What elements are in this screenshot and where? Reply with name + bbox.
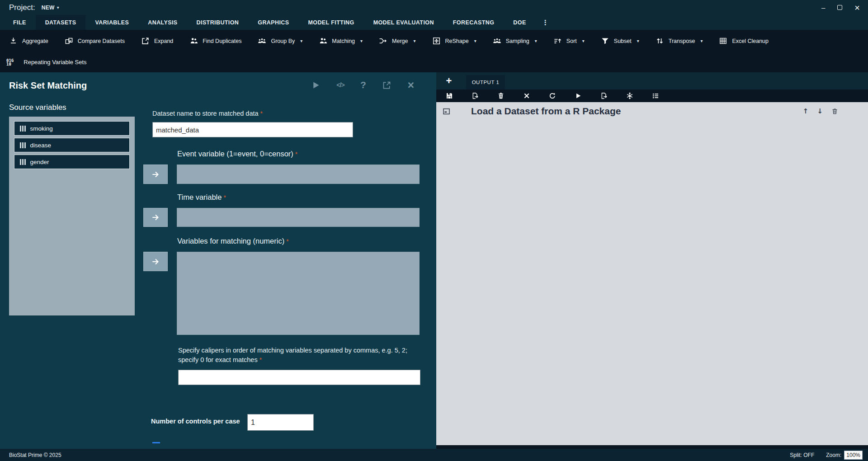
delete-item-icon[interactable] (831, 108, 838, 115)
move-event-variable-button[interactable] (143, 165, 168, 184)
required-marker: * (259, 356, 262, 363)
freeze-icon[interactable] (626, 92, 633, 99)
output-item-title: Load a Dataset from a R Package (471, 106, 621, 117)
compare-datasets-button[interactable]: Compare Datasets (65, 37, 125, 45)
window-close-icon[interactable]: × (854, 3, 860, 12)
transpose-caret-icon: ▾ (700, 38, 703, 43)
run-icon[interactable] (311, 80, 321, 90)
source-variables-list: smoking disease gender (9, 117, 135, 315)
status-right: Split: OFF Zoom: 100% (790, 451, 868, 460)
menu-analysis[interactable]: ANALYSIS (138, 15, 187, 30)
menu-distribution[interactable]: DISTRIBUTION (187, 15, 249, 30)
output-tab-strip: + OUTPUT 1 (436, 72, 868, 89)
partial-element (152, 442, 160, 443)
split-status[interactable]: Split: OFF (790, 452, 814, 458)
output-panel: + OUTPUT 1 Load a Dataset from a R Packa… (436, 72, 868, 449)
merge-icon (379, 37, 387, 45)
arrow-right-icon (151, 170, 160, 179)
project-label: Project: (9, 3, 35, 12)
maximize-icon[interactable] (837, 5, 842, 10)
transpose-button[interactable]: Transpose ▾ (656, 37, 703, 45)
menu-file[interactable]: FILE (4, 15, 36, 30)
matching-variables-label: Variables for matching (numeric)* (177, 237, 289, 245)
add-output-tab-button[interactable]: + (442, 74, 456, 88)
menu-variables[interactable]: VARIABLES (85, 15, 138, 30)
minimize-icon[interactable]: – (821, 4, 825, 11)
excel-cleanup-icon (719, 37, 727, 45)
reshape-button[interactable]: ReShape ▾ (432, 37, 476, 45)
menu-model-evaluation[interactable]: MODEL EVALUATION (364, 15, 443, 30)
secondary-toolbar: 01G 10 Repeating Variable Sets (0, 52, 868, 72)
menu-model-fitting[interactable]: MODEL FITTING (298, 15, 363, 30)
dataset-name-input[interactable] (152, 122, 353, 137)
project-name[interactable]: NEW (42, 5, 55, 11)
delete-output-icon[interactable] (497, 92, 505, 99)
subset-icon (601, 37, 609, 45)
excel-cleanup-button[interactable]: Excel Cleanup (719, 37, 769, 45)
move-up-icon[interactable]: ↑ (803, 107, 809, 115)
merge-button[interactable]: Merge ▾ (379, 37, 415, 45)
export-file-icon[interactable] (600, 92, 608, 99)
collapse-window-icon[interactable] (443, 108, 450, 115)
sampling-button[interactable]: Sampling ▾ (493, 37, 537, 45)
event-variable-field[interactable] (177, 165, 420, 184)
variable-item-disease[interactable]: disease (14, 138, 130, 152)
calipers-input[interactable] (178, 370, 420, 385)
group-by-button[interactable]: Group By ▾ (258, 37, 302, 45)
expand-button[interactable]: Expand (141, 37, 173, 45)
save-icon[interactable] (446, 92, 453, 99)
matching-caret-icon: ▾ (360, 38, 363, 43)
menu-bar: FILE DATASETS VARIABLES ANALYSIS DISTRIB… (0, 15, 868, 30)
sampling-icon (493, 37, 501, 45)
code-icon[interactable]: </> (336, 81, 344, 89)
drag-handle-icon (20, 159, 26, 165)
export-output-icon[interactable] (472, 92, 479, 99)
controls-per-case-input[interactable] (247, 414, 314, 431)
reshape-icon (432, 37, 441, 45)
menu-graphics[interactable]: GRAPHICS (248, 15, 298, 30)
drag-handle-icon (20, 142, 26, 148)
aggregate-button[interactable]: Aggregate (9, 37, 48, 45)
variable-item-smoking[interactable]: smoking (14, 121, 130, 136)
dialog-actions: </> ? × (311, 80, 414, 90)
time-variable-field[interactable] (177, 208, 420, 227)
refresh-icon[interactable] (549, 92, 556, 99)
matching-variables-field[interactable] (177, 252, 420, 335)
more-menu-icon[interactable]: ⋮ (536, 15, 555, 30)
list-icon[interactable] (652, 92, 659, 99)
repeating-variable-sets-button[interactable]: 01G 10 Repeating Variable Sets (6, 59, 87, 66)
zoom-label: Zoom: (826, 452, 841, 458)
sort-button[interactable]: Sort ▾ (553, 37, 585, 45)
variable-item-gender[interactable]: gender (14, 155, 130, 169)
run-output-icon[interactable] (575, 92, 582, 99)
subset-button[interactable]: Subset ▾ (601, 37, 639, 45)
zoom-value[interactable]: 100% (844, 451, 863, 460)
open-external-icon[interactable] (382, 80, 392, 90)
compare-datasets-icon (65, 37, 73, 45)
subset-caret-icon: ▾ (637, 38, 639, 43)
sort-icon (553, 37, 562, 45)
matching-button[interactable]: Matching ▾ (319, 37, 363, 45)
menu-doe[interactable]: DOE (504, 15, 535, 30)
calipers-label: Specify calipers in order of matching va… (178, 346, 426, 365)
menu-datasets[interactable]: DATASETS (36, 15, 86, 30)
find-duplicates-button[interactable]: Find Duplicates (189, 37, 241, 45)
move-down-icon[interactable]: ↓ (817, 107, 823, 115)
required-marker: * (260, 110, 263, 117)
output-item-actions: ↑ ↓ (803, 107, 838, 115)
menu-forecastng[interactable]: FORECASTNG (443, 15, 504, 30)
group-by-caret-icon: ▾ (300, 38, 302, 43)
required-marker: * (286, 238, 288, 245)
dialog-close-icon[interactable]: × (407, 80, 414, 89)
clear-output-icon[interactable] (523, 92, 530, 99)
help-icon[interactable]: ? (360, 80, 366, 90)
arrow-right-icon (151, 213, 160, 222)
merge-caret-icon: ▾ (414, 38, 416, 43)
drag-handle-icon (20, 126, 26, 132)
move-matching-variables-button[interactable] (143, 252, 168, 271)
move-time-variable-button[interactable] (143, 208, 168, 227)
project-caret-icon[interactable]: ▾ (57, 5, 59, 10)
tab-output-1[interactable]: OUTPUT 1 (466, 75, 505, 89)
required-marker: * (223, 194, 226, 201)
dialog-title: Risk Set Matching (9, 80, 87, 91)
